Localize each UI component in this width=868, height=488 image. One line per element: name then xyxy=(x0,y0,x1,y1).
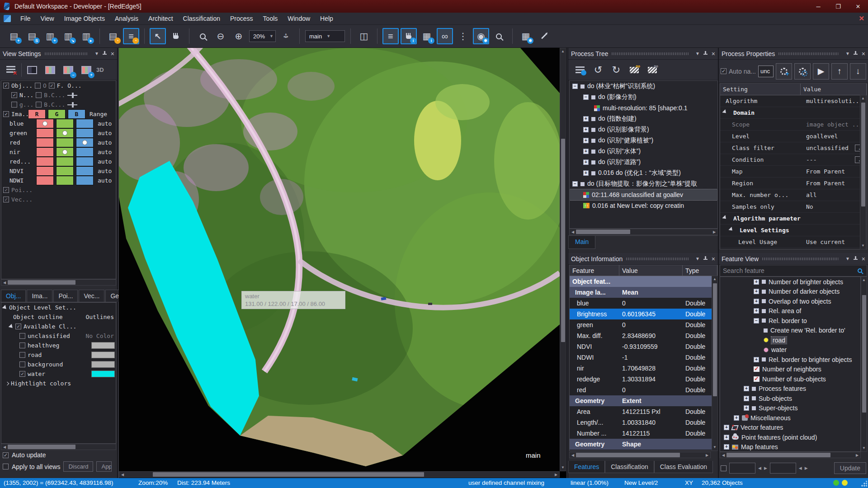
channel-cell-g[interactable] xyxy=(56,128,74,138)
menu-process[interactable]: Process xyxy=(225,13,258,24)
process-row[interactable]: +0.016 do (优化1：“水域”类型) xyxy=(570,168,717,178)
scrollbar-thumb[interactable] xyxy=(561,139,565,342)
channel-cell-r[interactable] xyxy=(36,128,54,138)
menu-help[interactable]: Help xyxy=(315,13,338,24)
menu-analysis[interactable]: Analysis xyxy=(110,13,143,24)
setting-row[interactable]: Class filterunclassified.. xyxy=(720,142,867,154)
expand-icon[interactable]: + xyxy=(754,308,759,314)
checkbox[interactable]: ✓ xyxy=(3,111,9,117)
feature-row[interactable]: blue0Double xyxy=(570,298,717,309)
image-object-info-button[interactable]: ≡ xyxy=(382,28,399,44)
scroll-down-icon[interactable]: ▼ xyxy=(560,465,566,471)
scroll-up-icon[interactable]: ▲ xyxy=(860,95,866,102)
expand-icon[interactable] xyxy=(2,305,8,310)
horizontal-scrollbar[interactable]: ◀ xyxy=(1,444,116,450)
checkbox[interactable] xyxy=(19,333,25,339)
tab-main[interactable]: Main xyxy=(568,236,595,249)
layer-row-red[interactable]: redauto xyxy=(1,138,116,147)
feature-row[interactable]: NDVI-0.93109559Double xyxy=(570,341,717,352)
menu-classification[interactable]: Classification xyxy=(178,13,225,24)
chevron-down-icon[interactable]: ▼ xyxy=(845,51,850,56)
edit-algorithm-button[interactable] xyxy=(794,63,811,80)
open-layer-button[interactable]: ▥▸ xyxy=(78,28,94,44)
channel-cell-r[interactable] xyxy=(36,166,54,176)
process-row[interactable]: −do (林业“枯树”识别系统) xyxy=(570,81,717,92)
edit-layer-mixing-button[interactable] xyxy=(3,62,19,78)
scrollbar-thumb[interactable] xyxy=(726,453,830,457)
previous-layer-button[interactable]: − xyxy=(61,62,76,78)
expand-icon[interactable]: + xyxy=(754,299,759,304)
map-select[interactable]: main▼ xyxy=(305,30,345,42)
channel-cell-b[interactable] xyxy=(76,157,94,166)
channel-cell-r[interactable] xyxy=(36,157,54,166)
menu-file[interactable]: File xyxy=(15,13,36,24)
search-input[interactable] xyxy=(720,267,858,274)
auto-update-checkbox[interactable]: ✓ xyxy=(3,452,9,458)
scrollbar-thumb[interactable] xyxy=(153,472,424,477)
setting-row[interactable]: Max. number o...all xyxy=(720,189,867,201)
tab-Obj[interactable]: Obj... xyxy=(1,290,26,302)
scroll-left-icon[interactable]: ◀ xyxy=(1,445,8,449)
column-header-feature[interactable]: Feature xyxy=(570,265,619,276)
map-viewer[interactable]: water 131.00 / 122.00 / 17.00 / 86.00 ma… xyxy=(119,48,566,478)
process-row[interactable]: ↑↑0.016 at New Level: copy creatin xyxy=(570,200,717,211)
zoom-level-select[interactable]: 20%▼ xyxy=(249,30,276,42)
menu-window[interactable]: Window xyxy=(283,13,315,24)
view-3d-button[interactable]: 3D xyxy=(96,66,104,73)
navigate-button[interactable] xyxy=(278,28,294,44)
vector-edit-button[interactable] xyxy=(536,28,552,44)
feature-tree-row[interactable]: +Sub-objects xyxy=(720,394,860,404)
expand-icon[interactable]: − xyxy=(572,84,578,89)
section-row[interactable]: Object feat... xyxy=(570,276,717,287)
channel-cell-b[interactable] xyxy=(76,147,94,157)
expand-icon[interactable]: + xyxy=(724,435,729,440)
zoom-window-button[interactable] xyxy=(491,28,507,44)
feature-tree-row[interactable]: +Rel. border to brighter objects xyxy=(720,355,860,365)
scroll-down-icon[interactable]: ▼ xyxy=(861,445,867,451)
menu-architect[interactable]: Architect xyxy=(143,13,178,24)
scrollbar-thumb[interactable] xyxy=(713,283,717,396)
zoom-out-button[interactable]: ⊖ xyxy=(212,28,229,44)
object-outline-row[interactable]: Object outlineOutlines xyxy=(1,312,116,322)
channel-cell-b[interactable] xyxy=(76,119,94,128)
setting-row[interactable]: Scopeimage object ... xyxy=(720,119,867,131)
feature-tree-row[interactable]: +Rel. area of xyxy=(720,306,860,316)
feature-row[interactable]: Number ...14122115Double xyxy=(570,428,717,439)
single-layer-view-button[interactable] xyxy=(24,62,40,78)
hierarchy-view-button[interactable]: ⋮ xyxy=(455,28,471,44)
channel-cell-b[interactable] xyxy=(76,176,94,185)
class-row-background[interactable]: background xyxy=(1,360,116,369)
table-view-button[interactable]: ▦i xyxy=(419,28,435,44)
setting-row[interactable]: Level UsageUse current xyxy=(720,236,867,248)
menu-tools[interactable]: Tools xyxy=(258,13,283,24)
move-up-button[interactable]: ↑ xyxy=(831,63,848,80)
feature-tree-row[interactable]: Create new 'Rel. border to' xyxy=(720,326,860,336)
viewer-horizontal-scrollbar[interactable]: ◀ ▶ xyxy=(119,471,560,478)
chevron-down-icon[interactable]: ▼ xyxy=(695,51,700,56)
process-row[interactable]: +do (识别影像背景) xyxy=(570,124,717,135)
pin-icon[interactable] xyxy=(703,51,708,56)
expand-icon[interactable] xyxy=(728,227,736,234)
search-icon[interactable] xyxy=(858,268,862,273)
close-icon[interactable]: × xyxy=(862,50,865,57)
feature-range-checkbox[interactable] xyxy=(721,465,726,471)
feature-tree-row[interactable]: +Super-objects xyxy=(720,404,860,413)
checkbox[interactable]: ✓ xyxy=(11,92,17,98)
document-close-icon[interactable]: ✕ xyxy=(859,14,864,23)
scroll-up-icon[interactable]: ▲ xyxy=(861,277,867,283)
feature-row[interactable]: NDWI-1Double xyxy=(570,352,717,363)
class-row-water[interactable]: ✓water xyxy=(1,369,116,379)
process-row[interactable]: 02:11.468 unclassified at goallev xyxy=(570,189,717,200)
step-right-icon[interactable]: ▶ xyxy=(805,466,808,470)
channel-cell-b[interactable] xyxy=(76,166,94,176)
select-cursor-button[interactable]: ↖ xyxy=(150,28,166,44)
tab-Ima[interactable]: Ima... xyxy=(27,290,52,302)
menu-image-objects[interactable]: Image Objects xyxy=(59,13,110,24)
vertical-scrollbar[interactable]: ▲ ▼ xyxy=(860,95,866,249)
tab-Vec[interactable]: Vec... xyxy=(79,290,104,302)
render-tree-row[interactable]: ✓N...B.C... xyxy=(1,90,116,100)
expand-icon[interactable]: − xyxy=(754,318,759,324)
checkbox[interactable]: ✓ xyxy=(49,83,55,89)
checkbox[interactable] xyxy=(36,92,42,98)
feature-row[interactable]: red0Double xyxy=(570,385,717,395)
